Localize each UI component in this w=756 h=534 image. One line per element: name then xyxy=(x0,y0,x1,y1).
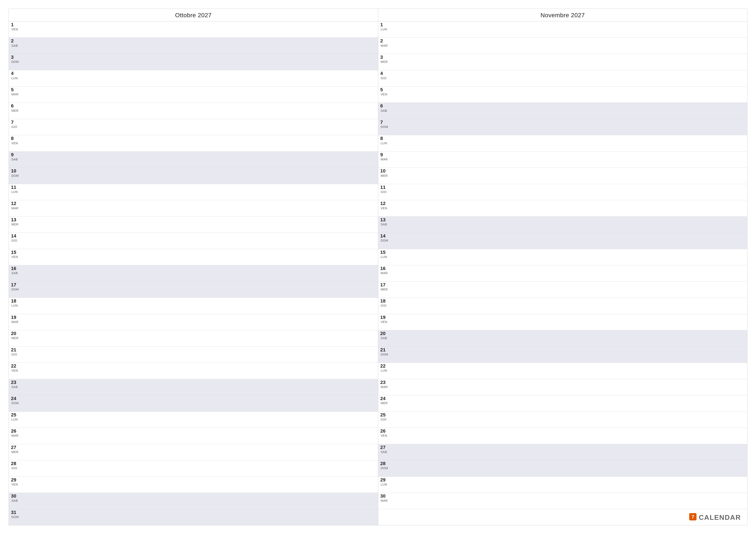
day-name: SAB xyxy=(381,109,388,113)
day-row: 13MER xyxy=(9,216,378,233)
day-number: 19 xyxy=(380,315,388,320)
day-info: 14DOM xyxy=(380,233,388,242)
day-info: 2SAB xyxy=(11,38,19,47)
day-name: MAR xyxy=(12,434,19,437)
day-info: 6MER xyxy=(11,103,19,113)
day-name: LUN xyxy=(12,418,19,421)
day-number: 12 xyxy=(380,201,388,206)
day-name: DOM xyxy=(12,516,19,519)
day-name: SAB xyxy=(12,271,19,275)
day-row: 6MER xyxy=(9,103,378,119)
day-number: 15 xyxy=(380,250,388,255)
day-name: GIO xyxy=(381,304,388,307)
day-number: 2 xyxy=(11,38,19,43)
month-header-1: Novembre 2027 xyxy=(378,9,747,21)
day-number: 14 xyxy=(380,233,388,239)
day-info: 8VEN xyxy=(11,136,19,145)
day-name: GIO xyxy=(12,467,19,470)
day-name: MAR xyxy=(12,207,19,210)
day-number: 9 xyxy=(380,152,388,157)
day-info: 13SAB xyxy=(380,217,388,226)
day-name: DOM xyxy=(12,402,19,405)
day-number: 5 xyxy=(11,87,19,92)
day-name: LUN xyxy=(381,28,388,31)
day-name: SAB xyxy=(381,450,388,454)
day-name: VEN xyxy=(12,28,19,31)
day-info: 16MAR xyxy=(380,266,388,275)
day-info: 12MAR xyxy=(11,201,19,210)
day-info: 4LUN xyxy=(11,71,19,80)
day-info: 21DOM xyxy=(380,347,388,356)
day-name: MAR xyxy=(381,44,388,47)
day-row: 27SAB xyxy=(378,444,747,460)
day-name: MAR xyxy=(381,271,388,275)
svg-text:7: 7 xyxy=(691,514,694,520)
day-name: VEN xyxy=(381,207,388,210)
day-info: 23SAB xyxy=(11,380,19,389)
day-number: 30 xyxy=(11,494,19,499)
day-row: 10MER xyxy=(378,168,747,184)
day-row: 28DOM xyxy=(378,460,747,476)
day-row: 13SAB xyxy=(378,216,747,233)
day-row: 19MAR xyxy=(9,314,378,330)
days-list-0: 1VEN2SAB3DOM4LUN5MAR6MER7GIO8VEN9SAB10DO… xyxy=(9,21,378,525)
day-row: 1VEN xyxy=(9,21,378,38)
day-info: 7GIO xyxy=(11,120,19,129)
day-info: 15LUN xyxy=(380,250,388,259)
day-name: SAB xyxy=(381,337,388,340)
day-number: 27 xyxy=(380,445,388,450)
day-number: 3 xyxy=(11,55,19,60)
day-info: 8LUN xyxy=(380,136,388,145)
day-info: 21GIO xyxy=(11,347,19,356)
day-number: 15 xyxy=(11,250,19,255)
day-row: 17MER xyxy=(378,282,747,298)
day-info: 31DOM xyxy=(11,510,19,519)
day-row: 26VEN xyxy=(378,428,747,444)
day-number: 11 xyxy=(380,185,388,190)
day-number: 7 xyxy=(380,120,388,125)
day-info: 17MER xyxy=(380,282,388,291)
day-name: DOM xyxy=(381,239,388,242)
day-info: 9SAB xyxy=(11,152,19,161)
day-info: 19MAR xyxy=(11,315,19,324)
day-number: 8 xyxy=(11,136,19,141)
day-number: 18 xyxy=(11,298,19,304)
day-info: 26MAR xyxy=(11,428,19,438)
day-number: 5 xyxy=(380,87,388,92)
month-block-1: Novembre 20271LUN2MAR3MER4GIO5VEN6SAB7DO… xyxy=(378,9,747,525)
day-name: MAR xyxy=(12,93,19,96)
day-row: 30SAB xyxy=(9,493,378,509)
day-number: 21 xyxy=(11,347,19,352)
day-info: 5VEN xyxy=(380,87,388,96)
day-name: MER xyxy=(381,60,388,64)
months-row: Ottobre 20271VEN2SAB3DOM4LUN5MAR6MER7GIO… xyxy=(9,9,747,525)
day-number: 1 xyxy=(11,22,19,27)
day-name: GIO xyxy=(381,77,388,80)
day-info: 1LUN xyxy=(380,22,388,31)
day-info: 11LUN xyxy=(11,185,19,194)
day-number: 2 xyxy=(380,38,388,43)
month-block-0: Ottobre 20271VEN2SAB3DOM4LUN5MAR6MER7GIO… xyxy=(9,9,378,525)
day-row: 3DOM xyxy=(9,54,378,70)
day-row: 4LUN xyxy=(9,70,378,86)
day-number: 1 xyxy=(380,22,388,27)
day-number: 9 xyxy=(11,152,19,157)
day-row: 16MAR xyxy=(378,265,747,281)
day-info: 30SAB xyxy=(11,494,19,502)
day-row: 12VEN xyxy=(378,200,747,216)
day-row: 11LUN xyxy=(9,184,378,200)
day-name: LUN xyxy=(12,191,19,193)
day-info: 3DOM xyxy=(11,55,19,64)
day-info: 19VEN xyxy=(380,315,388,324)
day-row: 25GIO xyxy=(378,412,747,428)
day-name: VEN xyxy=(381,434,388,437)
day-name: GIO xyxy=(381,418,388,421)
day-name: MER xyxy=(381,288,388,291)
month-header-0: Ottobre 2027 xyxy=(9,9,378,21)
day-info: 14GIO xyxy=(11,233,19,242)
day-name: DOM xyxy=(381,125,388,129)
day-number: 29 xyxy=(11,477,19,483)
day-name: DOM xyxy=(12,174,19,177)
day-row: 23SAB xyxy=(9,379,378,395)
day-number: 20 xyxy=(11,331,19,336)
